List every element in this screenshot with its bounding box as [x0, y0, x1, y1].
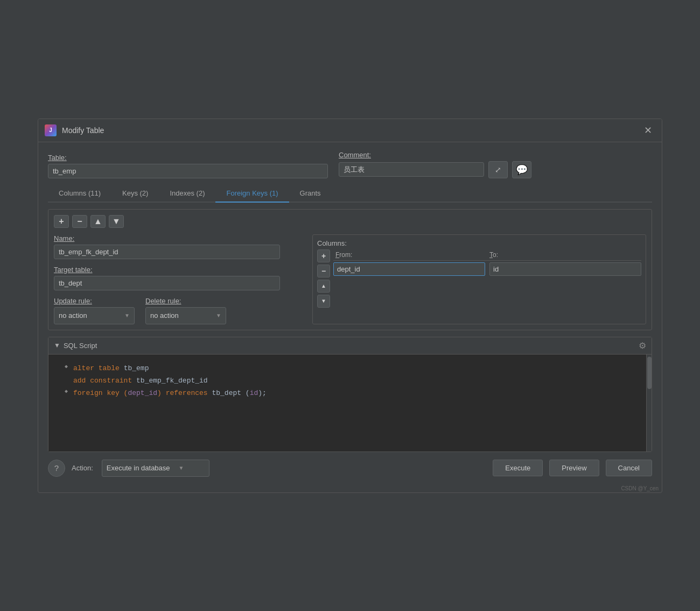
- delete-rule-value: no action: [150, 311, 179, 320]
- sql-script-label: SQL Script: [64, 342, 635, 350]
- fk-name-group: Name:: [54, 234, 302, 259]
- add-column-button[interactable]: +: [317, 249, 330, 262]
- action-dropdown-arrow: ▼: [179, 465, 184, 471]
- tab-indexes[interactable]: Indexes (2): [159, 185, 215, 203]
- tabs-bar: Columns (11) Keys (2) Indexes (2) Foreig…: [48, 185, 652, 203]
- fk-name-underline: N: [54, 234, 59, 242]
- fk-right-panel: Columns: + − ▲ ▼ From:: [312, 234, 646, 324]
- col-move-down-button[interactable]: ▼: [317, 295, 330, 308]
- table-field-group: Table:: [48, 154, 328, 178]
- line-gutter-3: ◆: [59, 387, 68, 397]
- fk-name-label: Name:: [54, 234, 302, 242]
- delete-rule-underline: D: [145, 297, 150, 305]
- to-column-input[interactable]: [489, 262, 641, 276]
- execute-button[interactable]: Execute: [493, 460, 543, 476]
- sql-paren-open: (: [241, 389, 250, 397]
- expand-comment-button[interactable]: ⤢: [488, 161, 508, 178]
- sql-target-table: tb_dept: [212, 389, 241, 397]
- sql-scrollbar-thumb[interactable]: [647, 357, 652, 389]
- columns-table: From: To:: [333, 249, 641, 308]
- comment-label-rest: omment:: [344, 151, 371, 159]
- cancel-button[interactable]: Cancel: [606, 460, 652, 476]
- sql-foreign: foreign key (: [73, 389, 128, 397]
- table-label-rest: able:: [52, 154, 67, 162]
- update-rule-dropdown[interactable]: no action ▼: [54, 307, 135, 324]
- remove-column-button[interactable]: −: [317, 265, 330, 277]
- remove-fk-button[interactable]: −: [72, 215, 87, 228]
- sql-body: ◆ alter table tb_emp add constraint tb_e…: [48, 355, 646, 452]
- sql-body-container: ◆ alter table tb_emp add constraint tb_e…: [48, 355, 652, 452]
- comment-field-group: Comment: ⤢ 💬: [339, 151, 531, 178]
- update-rule-value: no action: [59, 311, 87, 320]
- table-name-input[interactable]: [48, 164, 328, 178]
- sql-references: ) references: [157, 389, 212, 397]
- tab-columns[interactable]: Columns (11): [48, 185, 111, 203]
- fk-toolbar: + − ▲ ▼: [54, 215, 646, 228]
- preview-button[interactable]: Preview: [549, 460, 599, 476]
- move-down-button[interactable]: ▼: [109, 215, 124, 228]
- tab-foreign-keys[interactable]: Foreign Keys (1): [215, 185, 289, 203]
- col-move-up-button[interactable]: ▲: [317, 280, 330, 293]
- columns-panel-inner: + − ▲ ▼ From: To:: [317, 249, 641, 308]
- tab-grants[interactable]: Grants: [289, 185, 332, 203]
- dialog-title: Modify Table: [62, 126, 635, 135]
- app-icon: J: [45, 124, 57, 136]
- sql-settings-button[interactable]: ⚙: [639, 341, 646, 351]
- close-button[interactable]: ✕: [641, 123, 655, 137]
- column-row-1: [333, 261, 641, 277]
- sql-line-2-text: add constraint tb_emp_fk_dept_id: [73, 374, 208, 387]
- from-underline: F: [335, 251, 339, 259]
- delete-rule-dropdown[interactable]: no action ▼: [145, 307, 226, 324]
- to-header: To:: [489, 251, 639, 259]
- fk-target-input[interactable]: [54, 276, 280, 290]
- title-bar: J Modify Table ✕: [38, 119, 662, 142]
- sql-add: add constraint: [73, 377, 136, 385]
- from-column-input[interactable]: [333, 262, 485, 276]
- help-button[interactable]: ?: [48, 460, 65, 477]
- comment-icon-button[interactable]: 💬: [512, 161, 531, 178]
- comment-input[interactable]: [339, 162, 484, 177]
- sql-from-col: dept_id: [128, 389, 157, 397]
- fk-left-panel: Name: Target table: Update rule:: [54, 234, 302, 324]
- update-rule-underline: U: [54, 297, 59, 305]
- watermark: CSDN @Y_cen: [38, 484, 662, 492]
- sql-header: ▼ SQL Script ⚙: [48, 337, 652, 355]
- sql-to-col: id: [250, 389, 258, 397]
- action-dropdown[interactable]: Execute in database ▼: [102, 460, 209, 477]
- line-diamond-3: ◆: [65, 387, 68, 397]
- tab-keys[interactable]: Keys (2): [111, 185, 159, 203]
- fk-target-group: Target table:: [54, 266, 302, 290]
- comment-label-underline: C: [339, 151, 344, 159]
- sql-line-1: ◆ alter table tb_emp: [59, 362, 635, 374]
- sql-alter: alter table: [73, 364, 124, 372]
- dialog-footer: ? Action: Execute in database ▼ Execute …: [38, 452, 662, 484]
- sql-constraint-name: tb_emp_fk_dept_id: [136, 377, 208, 385]
- line-diamond-1: ◆: [65, 362, 68, 372]
- update-rule-arrow: ▼: [124, 313, 130, 318]
- fk-form: Name: Target table: Update rule:: [54, 234, 646, 324]
- fk-target-label: Target table:: [54, 266, 302, 274]
- sql-line-2: add constraint tb_emp_fk_dept_id: [59, 374, 635, 387]
- update-rule-group: Update rule: no action ▼: [54, 297, 135, 324]
- action-label: Action:: [72, 464, 93, 472]
- foreign-keys-panel: + − ▲ ▼ Name: Target ta: [48, 209, 652, 330]
- fk-name-input[interactable]: [54, 245, 280, 259]
- sql-table-name: tb_emp: [124, 364, 149, 372]
- comment-row: ⤢ 💬: [339, 161, 531, 178]
- move-up-button[interactable]: ▲: [90, 215, 106, 228]
- top-row: Table: Comment: ⤢ 💬: [48, 151, 652, 178]
- sql-scrollbar[interactable]: [646, 355, 652, 452]
- dialog-body: Table: Comment: ⤢ 💬 Columns (11) Keys (2…: [38, 142, 662, 452]
- rule-row: Update rule: no action ▼ Delete rule:: [54, 297, 302, 324]
- modify-table-dialog: J Modify Table ✕ Table: Comment: ⤢ 💬: [38, 119, 662, 493]
- sql-paren-close: );: [258, 389, 267, 397]
- delete-rule-arrow: ▼: [216, 313, 221, 318]
- columns-toolbar: + − ▲ ▼: [317, 249, 330, 308]
- add-fk-button[interactable]: +: [54, 215, 69, 228]
- table-label: Table:: [48, 154, 328, 162]
- update-rule-label: Update rule:: [54, 297, 135, 305]
- delete-rule-label: Delete rule:: [145, 297, 226, 305]
- sql-toggle-button[interactable]: ▼: [54, 342, 60, 349]
- delete-rule-group: Delete rule: no action ▼: [145, 297, 226, 324]
- to-underline: T: [489, 251, 493, 259]
